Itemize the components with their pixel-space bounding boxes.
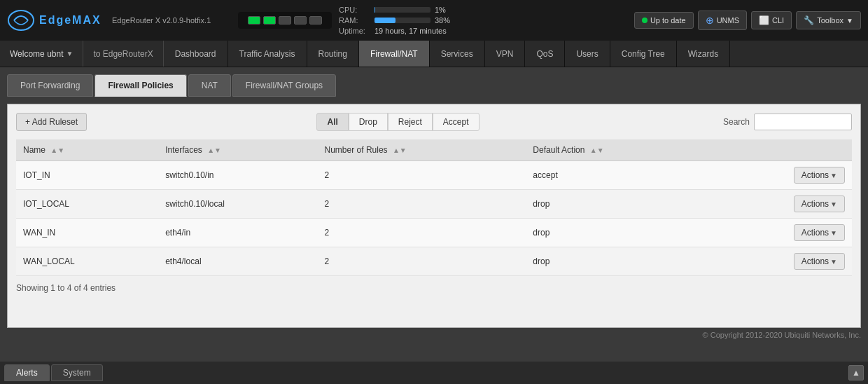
search-area: Search [723, 114, 852, 130]
subtab-nat[interactable]: NAT [188, 74, 231, 97]
row-actions-cell: Actions ▼ [710, 190, 852, 219]
ram-value: 38% [435, 16, 450, 25]
device-info: EdgeRouter X v2.0.9-hotfix.1 [112, 16, 231, 25]
subtab-port-forwarding[interactable]: Port Forwarding [7, 74, 93, 97]
default-action-sort-icon: ▲▼ [590, 146, 604, 154]
actions-dropdown-icon: ▼ [830, 258, 837, 266]
row-actions-cell: Actions ▼ [710, 247, 852, 276]
cpu-bar [374, 7, 375, 13]
filter-buttons: All Drop Reject Accept [316, 113, 479, 131]
interfaces-sort-icon: ▲▼ [207, 146, 221, 154]
cpu-value: 1% [435, 6, 446, 14]
actions-dropdown-icon: ▼ [830, 172, 837, 179]
cpu-bar-bg [374, 7, 430, 13]
filter-accept-button[interactable]: Accept [433, 113, 479, 131]
navbar: Welcome ubnt ▼ to EdgeRouterX Dashboard … [0, 41, 868, 67]
search-label: Search [723, 117, 750, 127]
table-row: WAN_LOCAL eth4/local 2 drop Actions ▼ [16, 247, 852, 276]
row-name: WAN_IN [16, 219, 158, 247]
tab-firewall-nat[interactable]: Firewall/NAT [359, 41, 430, 67]
up-to-date-label: Up to date [650, 16, 686, 25]
toolbox-icon: 🔧 [804, 15, 814, 25]
row-name: IOT_IN [16, 161, 158, 190]
tab-services[interactable]: Services [430, 41, 485, 67]
row-actions-cell: Actions ▼ [710, 219, 852, 247]
filter-reject-button[interactable]: Reject [388, 113, 433, 131]
actions-dropdown-icon: ▼ [830, 200, 837, 208]
toolbox-button[interactable]: 🔧 Toolbox ▼ [796, 11, 861, 29]
row-name: WAN_LOCAL [16, 247, 158, 276]
bottom-tab-system[interactable]: System [51, 364, 103, 381]
row-name: IOT_LOCAL [16, 190, 158, 219]
bottom-tab-alerts[interactable]: Alerts [4, 364, 50, 381]
uptime-value: 19 hours, 17 minutes [374, 27, 447, 35]
nav-tabs: Dashboard Traffic Analysis Routing Firew… [164, 41, 868, 67]
search-input[interactable] [754, 114, 852, 130]
port-icons-panel [238, 12, 332, 29]
add-ruleset-button[interactable]: + Add Ruleset [16, 113, 87, 131]
user-area[interactable]: Welcome ubnt ▼ [0, 41, 83, 67]
copyright: © Copyright 2012-2020 Ubiquiti Networks,… [7, 328, 861, 342]
toolbox-dropdown-icon: ▼ [846, 17, 853, 25]
port-1-icon [263, 16, 276, 25]
row-actions-cell: Actions ▼ [710, 161, 852, 190]
tab-vpn[interactable]: VPN [485, 41, 526, 67]
actions-label: Actions [802, 199, 829, 209]
row-num-rules: 2 [318, 219, 526, 247]
uptime-label: Uptime: [339, 27, 370, 35]
tab-config-tree[interactable]: Config Tree [610, 41, 677, 67]
topbar-right: Up to date ⊕ UNMS ⬜ CLI 🔧 Toolbox ▼ [634, 11, 861, 30]
table-row: WAN_IN eth4/in 2 drop Actions ▼ [16, 219, 852, 247]
status-dot-icon [642, 18, 648, 23]
up-to-date-button[interactable]: Up to date [634, 12, 694, 29]
tab-dashboard[interactable]: Dashboard [164, 41, 228, 67]
firewall-table-body: IOT_IN switch0.10/in 2 accept Actions ▼ … [16, 161, 852, 276]
row-default-action: drop [526, 247, 710, 276]
edgemax-logo-icon [7, 9, 35, 32]
tab-traffic-analysis[interactable]: Traffic Analysis [228, 41, 307, 67]
row-actions-button[interactable]: Actions ▼ [794, 224, 845, 241]
actions-label: Actions [802, 256, 829, 266]
num-rules-sort-icon: ▲▼ [393, 146, 407, 154]
unms-label: UNMS [717, 16, 739, 25]
name-sort-icon: ▲▼ [50, 146, 64, 154]
row-actions-button[interactable]: Actions ▼ [794, 253, 845, 270]
tab-wizards[interactable]: Wizards [677, 41, 730, 67]
unms-button[interactable]: ⊕ UNMS [698, 11, 747, 30]
row-num-rules: 2 [318, 247, 526, 276]
subtab-firewall-nat-groups[interactable]: Firewall/NAT Groups [232, 74, 336, 97]
col-name-header[interactable]: Name ▲▼ [16, 139, 158, 161]
tab-qos[interactable]: QoS [525, 41, 565, 67]
tab-routing[interactable]: Routing [307, 41, 359, 67]
table-header-row: Name ▲▼ Interfaces ▲▼ Number of Rules ▲▼… [16, 139, 852, 161]
table-row: IOT_LOCAL switch0.10/local 2 drop Action… [16, 190, 852, 219]
col-default-action-header[interactable]: Default Action ▲▼ [526, 139, 710, 161]
subtab-firewall-policies[interactable]: Firewall Policies [94, 74, 186, 97]
tab-users[interactable]: Users [565, 41, 610, 67]
logo-area: EdgeMAX [7, 9, 105, 32]
row-interfaces: switch0.10/local [158, 190, 317, 219]
entries-count: Showing 1 to 4 of 4 entries [16, 283, 852, 293]
row-actions-button[interactable]: Actions ▼ [794, 167, 845, 184]
system-stats: CPU: 1% RAM: 38% Uptime: 19 hours, 17 mi… [339, 6, 465, 35]
col-interfaces-header[interactable]: Interfaces ▲▼ [158, 139, 317, 161]
scroll-up-button[interactable]: ▲ [848, 365, 864, 380]
row-num-rules: 2 [318, 190, 526, 219]
col-num-rules-header[interactable]: Number of Rules ▲▼ [318, 139, 526, 161]
filter-all-button[interactable]: All [316, 113, 348, 131]
actions-label: Actions [802, 228, 829, 238]
cli-button[interactable]: ⬜ CLI [751, 11, 792, 29]
filter-drop-button[interactable]: Drop [349, 113, 388, 131]
toolbar: + Add Ruleset All Drop Reject Accept Sea… [16, 113, 852, 131]
cli-label: CLI [772, 16, 784, 25]
ram-bar [374, 18, 396, 23]
cpu-stat-row: CPU: 1% [339, 6, 465, 14]
row-default-action: drop [526, 219, 710, 247]
row-num-rules: 2 [318, 161, 526, 190]
svg-point-0 [8, 11, 34, 30]
row-actions-button[interactable]: Actions ▼ [794, 196, 845, 212]
port-3-icon [294, 16, 307, 25]
actions-dropdown-icon: ▼ [830, 229, 837, 237]
device-name-nav: to EdgeRouterX [83, 41, 163, 67]
row-interfaces: eth4/in [158, 219, 317, 247]
